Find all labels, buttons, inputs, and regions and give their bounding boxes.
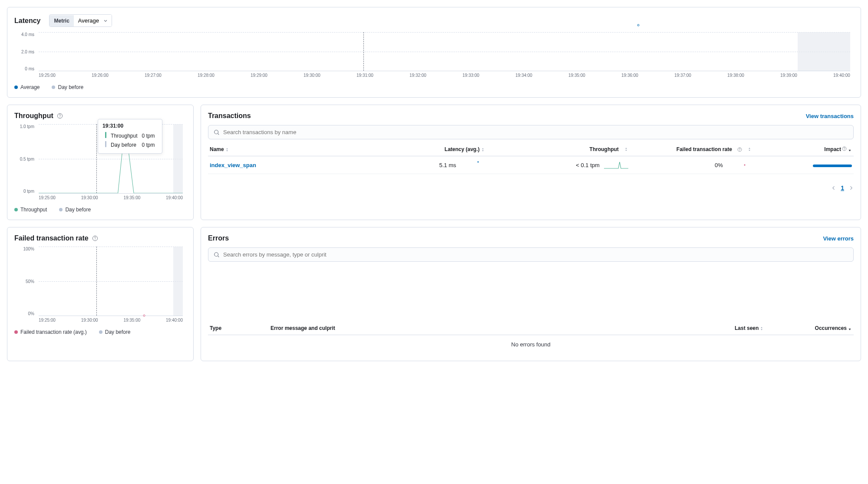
x-tick: 19:29:00 (251, 73, 267, 80)
x-tick: 19:28:00 (198, 73, 215, 80)
metric-selector[interactable]: Metric Average (49, 14, 112, 27)
x-tick: 19:25:00 (39, 73, 56, 80)
errors-search[interactable] (208, 247, 854, 262)
search-icon (214, 252, 220, 258)
x-tick: 19:40:00 (833, 73, 850, 80)
throughput-sparkline (604, 161, 628, 169)
svg-point-5 (477, 161, 479, 163)
column-last-seen[interactable]: Last seen (735, 325, 795, 331)
y-tick: 0.5 tpm (14, 157, 37, 161)
legend-item[interactable]: Throughput (14, 207, 47, 213)
latency-sparkline (461, 161, 485, 169)
next-page-button[interactable] (848, 185, 854, 191)
failed-rate-panel: Failed transaction rate 100% 50% 0% 19:2… (7, 227, 194, 361)
table-row: index_view_span 5.1 ms < 0.1 tpm 0% (208, 156, 854, 174)
transactions-table: Name Latency (avg.) Throughput Failed tr… (208, 143, 854, 174)
errors-search-input[interactable] (223, 251, 848, 258)
view-errors-link[interactable]: View errors (823, 235, 854, 242)
svg-line-2 (218, 133, 219, 135)
legend-item[interactable]: Day before (59, 207, 91, 213)
latency-data-point (637, 24, 640, 26)
column-name[interactable]: Name (210, 146, 370, 152)
legend-item[interactable]: Day before (52, 84, 83, 90)
cursor-line (96, 247, 97, 316)
search-icon (214, 129, 220, 135)
latency-title: Latency (14, 17, 40, 25)
cursor-line (363, 32, 364, 71)
x-tick: 19:30:00 (81, 195, 98, 202)
metric-select[interactable]: Average (74, 15, 112, 26)
page-number[interactable]: 1 (841, 184, 844, 191)
legend-item[interactable]: Day before (99, 329, 131, 335)
latency-panel: Latency Metric Average 4.0 ms 2.0 ms 0 m… (7, 7, 861, 98)
failed-sparkline (727, 161, 752, 169)
column-impact[interactable]: Impact (760, 146, 852, 152)
transaction-link[interactable]: index_view_span (210, 162, 256, 168)
y-tick: 2.0 ms (14, 49, 37, 54)
transactions-title: Transactions (208, 112, 251, 120)
view-transactions-link[interactable]: View transactions (806, 113, 854, 119)
x-tick: 19:35:00 (123, 195, 140, 202)
x-tick: 19:27:00 (145, 73, 162, 80)
y-tick: 1.0 tpm (14, 124, 37, 129)
x-tick: 19:40:00 (166, 195, 183, 202)
impact-bar (813, 165, 852, 167)
pagination: 1 (208, 184, 854, 191)
legend-item[interactable]: Failed transaction rate (avg.) (14, 329, 87, 335)
column-latency[interactable]: Latency (avg.) (370, 146, 502, 152)
prev-page-button[interactable] (831, 185, 836, 191)
x-tick: 19:25:00 (39, 195, 56, 202)
column-type[interactable]: Type (210, 325, 271, 331)
column-occurrences[interactable]: Occurrences (795, 325, 852, 331)
x-tick: 19:34:00 (515, 73, 532, 80)
failed-value: 0% (715, 162, 723, 168)
failed-data-point (143, 315, 145, 317)
help-icon[interactable] (737, 147, 742, 152)
help-icon[interactable] (57, 113, 63, 119)
transactions-panel: Transactions View transactions Name Late… (201, 105, 861, 220)
x-tick: 19:31:00 (356, 73, 373, 80)
svg-point-6 (744, 165, 745, 166)
y-tick: 0 tpm (14, 189, 37, 194)
help-icon[interactable] (92, 235, 98, 241)
selection-ghost (798, 32, 851, 71)
failed-legend: Failed transaction rate (avg.) Day befor… (14, 329, 186, 335)
errors-title: Errors (208, 234, 229, 242)
transactions-search-input[interactable] (223, 129, 848, 135)
throughput-chart[interactable]: 1.0 tpm 0.5 tpm 0 tpm 19:31:00 Throughpu… (14, 124, 186, 202)
help-icon[interactable] (842, 146, 847, 151)
errors-table-head: Type Error message and culprit Last seen… (208, 322, 854, 335)
x-tick: 19:36:00 (621, 73, 638, 80)
x-tick: 19:37:00 (674, 73, 691, 80)
transactions-search[interactable] (208, 125, 854, 139)
x-tick: 19:40:00 (166, 318, 183, 325)
y-tick: 50% (14, 279, 37, 284)
sort-icon (225, 148, 229, 152)
failed-chart[interactable]: 100% 50% 0% 19:25:0019:30:0019:35:0019:4… (14, 247, 186, 325)
throughput-legend: Throughput Day before (14, 207, 186, 213)
svg-point-8 (215, 252, 218, 256)
column-failed[interactable]: Failed transaction rate (637, 146, 760, 152)
chart-tooltip: 19:31:00 Throughput0 tpm Day before0 tpm (98, 119, 162, 154)
x-tick: 19:25:00 (39, 318, 56, 325)
sort-desc-icon (848, 326, 852, 331)
x-tick: 19:35:00 (123, 318, 140, 325)
selection-ghost (173, 247, 183, 316)
sort-icon (481, 148, 485, 152)
tooltip-time: 19:31:00 (102, 123, 157, 129)
column-message[interactable]: Error message and culprit (271, 325, 735, 331)
svg-point-1 (215, 130, 218, 134)
failed-title: Failed transaction rate (14, 234, 89, 242)
x-tick: 19:32:00 (409, 73, 426, 80)
sort-icon (759, 326, 764, 331)
svg-line-9 (218, 256, 219, 257)
sort-icon (747, 147, 752, 151)
latency-chart[interactable]: 4.0 ms 2.0 ms 0 ms 19:25:0019:26:0019:27… (14, 32, 854, 80)
y-tick: 0% (14, 311, 37, 316)
throughput-title: Throughput (14, 112, 53, 120)
metric-label: Metric (50, 15, 73, 26)
latency-legend: Average Day before (14, 84, 854, 90)
column-throughput[interactable]: Throughput (502, 146, 637, 152)
sort-desc-icon (848, 148, 852, 152)
legend-item[interactable]: Average (14, 84, 40, 90)
